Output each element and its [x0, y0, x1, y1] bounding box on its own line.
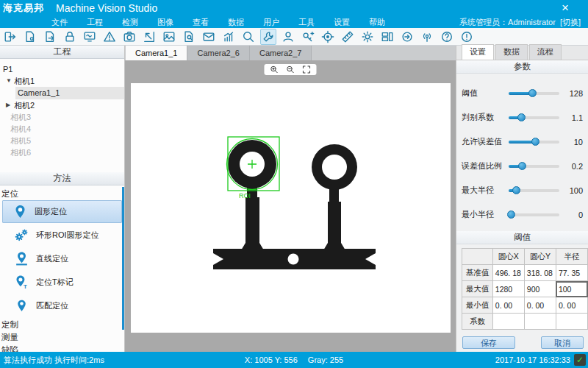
- menu-settings[interactable]: 设置: [334, 17, 350, 28]
- tree-item-camera-group-1[interactable]: ▼相机1: [0, 75, 124, 87]
- cell-coeff-r[interactable]: [556, 314, 587, 330]
- method-category-defect[interactable]: 缺陷: [0, 343, 124, 352]
- menu-help[interactable]: 帮助: [369, 17, 385, 28]
- zoom-in-icon[interactable]: [270, 65, 279, 74]
- method-match-locate[interactable]: 匹配定位: [2, 294, 122, 317]
- user-icon[interactable]: [280, 29, 296, 45]
- method-category-custom[interactable]: 定制: [0, 318, 124, 330]
- wrench-icon[interactable]: [260, 29, 276, 45]
- slider-thumb[interactable]: [512, 186, 520, 194]
- key-add-icon[interactable]: [300, 29, 316, 45]
- expand-arrow-icon[interactable]: ▼: [6, 75, 14, 87]
- broadcast-icon[interactable]: [419, 29, 435, 45]
- method-category-measure[interactable]: 测量: [0, 330, 124, 343]
- menu-user[interactable]: 用户: [263, 17, 279, 28]
- ruler-icon[interactable]: [340, 29, 356, 45]
- tree-item-camera-group-4[interactable]: 相机4: [0, 123, 124, 135]
- app-logo: 海克易邦: [3, 1, 44, 15]
- close-icon[interactable]: ×: [562, 0, 569, 16]
- method-circle-locate[interactable]: 圆形定位: [2, 200, 122, 223]
- camera-tab-bar: Camera1_1 Camera2_6 Camera2_7: [125, 46, 456, 60]
- tab-camera2-6[interactable]: Camera2_6: [187, 46, 249, 60]
- main-toolbar: [0, 28, 588, 46]
- cell-max-y[interactable]: 900: [524, 281, 556, 297]
- warning-icon[interactable]: [101, 29, 118, 45]
- allowed-error-slider[interactable]: [509, 141, 559, 144]
- cell-max-x[interactable]: 1280: [492, 281, 524, 297]
- panels-icon[interactable]: [379, 29, 395, 45]
- image-viewer[interactable]: ROI: [125, 60, 456, 352]
- slider-thumb[interactable]: [507, 210, 515, 219]
- tab-camera1-1[interactable]: Camera1_1: [126, 46, 187, 60]
- cell-base-y[interactable]: 318. 08: [524, 265, 556, 281]
- menu-view[interactable]: 查看: [193, 17, 209, 28]
- cell-min-y[interactable]: 0. 00: [524, 297, 556, 314]
- import-icon[interactable]: [141, 29, 157, 45]
- tree-item-camera1-1[interactable]: Camera1_1: [0, 87, 124, 99]
- switch-user-link[interactable]: [切换]: [560, 17, 581, 28]
- app-title: Machine Vision Studio: [56, 2, 157, 14]
- tree-item-camera-group-3[interactable]: 相机3: [0, 111, 124, 123]
- cell-base-x[interactable]: 496. 18: [492, 265, 524, 281]
- cell-min-x[interactable]: 0. 00: [492, 297, 524, 314]
- zoom-out-icon[interactable]: [286, 65, 295, 74]
- menu-inspect[interactable]: 检测: [122, 17, 138, 28]
- sync-icon[interactable]: [399, 29, 415, 45]
- image-icon[interactable]: [161, 29, 177, 45]
- menu-project[interactable]: 工程: [87, 17, 103, 28]
- tree-item-p1[interactable]: P1: [0, 63, 124, 75]
- lock-icon[interactable]: [62, 29, 78, 45]
- help-icon[interactable]: [439, 29, 455, 45]
- chart-up-icon[interactable]: [220, 29, 237, 45]
- error-ratio-slider[interactable]: [509, 165, 559, 168]
- target-icon[interactable]: [320, 29, 336, 45]
- collapse-arrow-icon[interactable]: ▶: [6, 99, 14, 111]
- cell-coeff-y[interactable]: [524, 314, 556, 330]
- cancel-button[interactable]: 取消: [541, 336, 584, 349]
- doc-export-icon[interactable]: [42, 29, 58, 45]
- alert-icon[interactable]: [459, 29, 475, 45]
- slider-thumb[interactable]: [518, 162, 526, 170]
- threshold-slider[interactable]: [509, 92, 559, 95]
- tab-flow[interactable]: 流程: [529, 44, 562, 60]
- save-button[interactable]: 保存: [462, 336, 515, 349]
- tab-settings[interactable]: 设置: [462, 44, 494, 60]
- tree-item-camera-group-2[interactable]: ▶相机2: [0, 99, 124, 111]
- method-ring-roi-circle-locate[interactable]: 环形ROI圆形定位: [2, 224, 122, 247]
- fit-icon[interactable]: [302, 65, 312, 74]
- method-line-locate[interactable]: 直线定位: [2, 247, 122, 270]
- min-radius-slider[interactable]: [509, 213, 559, 216]
- tree-item-camera-group-5[interactable]: 相机5: [0, 135, 124, 146]
- tab-camera2-7[interactable]: Camera2_7: [250, 46, 312, 60]
- slider-threshold: 阈值 128: [456, 81, 588, 105]
- cell-max-r[interactable]: 100: [556, 281, 587, 297]
- cell-coeff-x[interactable]: [492, 314, 524, 330]
- doc-settings-icon[interactable]: [22, 29, 38, 45]
- cell-min-r[interactable]: 0. 00: [556, 297, 587, 314]
- cell-base-r[interactable]: 77. 35: [556, 265, 587, 281]
- inspected-part-drawing: ROI: [131, 83, 451, 333]
- mail-icon[interactable]: [201, 29, 217, 45]
- slider-thumb[interactable]: [517, 113, 526, 121]
- menu-tools[interactable]: 工具: [298, 17, 315, 28]
- monitor-wave-icon[interactable]: [82, 29, 98, 45]
- methods-scrollbar[interactable]: [122, 187, 124, 330]
- menu-image[interactable]: 图像: [157, 17, 173, 28]
- max-radius-slider[interactable]: [509, 189, 559, 192]
- method-category-locate[interactable]: 定位: [0, 187, 124, 199]
- camera-image[interactable]: ROI: [131, 83, 451, 333]
- slider-thumb[interactable]: [528, 89, 537, 97]
- search-icon[interactable]: [240, 29, 257, 45]
- tree-item-camera-group-6[interactable]: 相机6: [0, 146, 124, 158]
- camera-icon[interactable]: [121, 29, 137, 45]
- menu-file[interactable]: 文件: [51, 17, 68, 28]
- methods-list: 定位 圆形定位 环形ROI圆形定位 直线定位 T定位T标记 匹配定位 定制 测量…: [0, 185, 124, 352]
- doc-search-icon[interactable]: [181, 29, 197, 45]
- method-locate-t-mark[interactable]: T定位T标记: [2, 271, 122, 294]
- slider-thumb[interactable]: [531, 138, 539, 146]
- tab-data[interactable]: 数据: [495, 44, 528, 60]
- exit-icon[interactable]: [2, 29, 18, 45]
- menu-data[interactable]: 数据: [228, 17, 244, 28]
- discriminant-slider[interactable]: [509, 116, 559, 119]
- gear-icon[interactable]: [359, 29, 376, 45]
